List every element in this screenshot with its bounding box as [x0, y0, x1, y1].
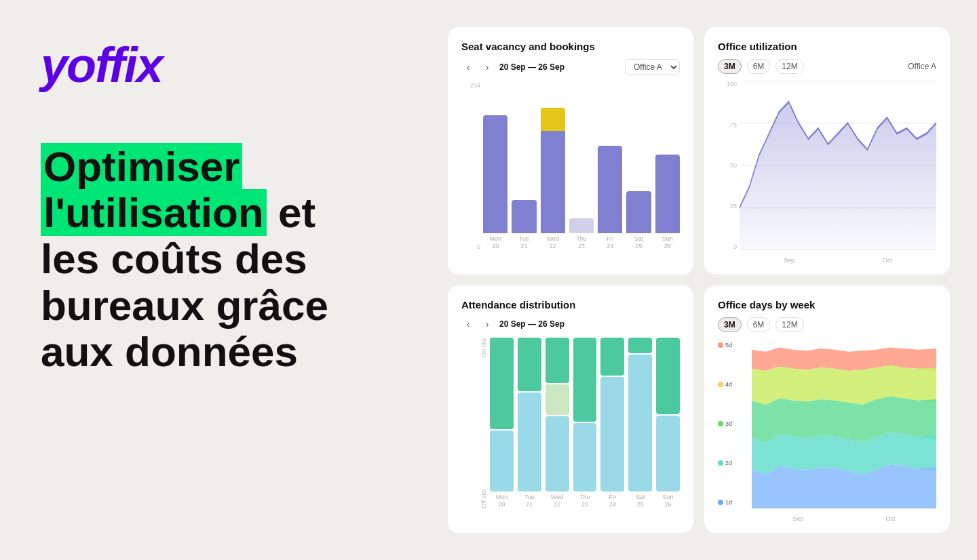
bar-sat: Sat25 — [626, 82, 651, 250]
util-x-sep: Sep — [784, 257, 794, 264]
x-label-tue: Tue21 — [519, 235, 529, 250]
legend-1d: 1d — [718, 499, 732, 506]
period-6m[interactable]: 6M — [747, 59, 771, 74]
attend-prev-arrow[interactable]: ‹ — [461, 317, 475, 331]
seat-vacancy-controls: ‹ › 20 Sep — 26 Sep Office A — [461, 59, 680, 75]
x-label-thu: Thu23 — [576, 235, 587, 250]
attendance-title: Attendance distribution — [461, 299, 680, 311]
bar-tue: Tue21 — [512, 82, 536, 250]
legend-label-2d: 2d — [725, 460, 732, 466]
logo: yoffix — [41, 41, 380, 89]
legend-dot-3d — [718, 421, 723, 426]
tagline-highlight-1: Optimiser — [41, 143, 242, 190]
util-y-25: 25 — [730, 203, 737, 209]
util-x-oct: Oct — [883, 257, 892, 264]
seat-vacancy-title: Seat vacancy and bookings — [461, 41, 680, 52]
x-label-sat: Sat25 — [634, 235, 644, 250]
attendance-card: Attendance distribution ‹ › 20 Sep — 26 … — [448, 285, 693, 533]
x-label-mon: Mon20 — [489, 235, 501, 250]
legend-label-1d: 1d — [725, 499, 732, 506]
bar-mon: Mon20 — [483, 82, 507, 250]
attend-thu: Thu23 — [573, 338, 597, 508]
x-label-sun: Sun26 — [662, 235, 673, 250]
days-period-6m[interactable]: 6M — [747, 317, 771, 332]
y-label-234: 234 — [470, 82, 480, 89]
legend-4d: 4d — [718, 381, 732, 388]
attend-x-tue: Tue21 — [524, 494, 535, 508]
legend-2d: 2d — [718, 460, 732, 466]
bar-fri: Fri24 — [598, 82, 622, 250]
bar-thu: Thu23 — [569, 82, 594, 250]
x-label-wed: Wed22 — [547, 235, 559, 250]
bar-wed: Wed22 — [541, 82, 565, 250]
attend-tue: Tue21 — [518, 338, 541, 508]
attend-wed: Wed22 — [545, 338, 569, 508]
util-y-100: 100 — [727, 81, 737, 87]
days-x-oct: Oct — [885, 515, 895, 522]
period-12m[interactable]: 12M — [775, 59, 803, 74]
days-period-3m[interactable]: 3M — [718, 317, 742, 332]
attend-x-mon: Mon20 — [496, 494, 508, 508]
util-y-0: 0 — [733, 243, 737, 250]
legend-dot-1d — [718, 500, 723, 505]
office-days-controls: 3M 6M 12M — [718, 317, 936, 332]
legend-label-3d: 3d — [725, 420, 732, 427]
y-onsite: On-site — [480, 338, 487, 357]
attend-x-fri: Fri24 — [609, 494, 617, 508]
attend-x-wed: Wed22 — [551, 494, 563, 508]
attend-fri: Fri24 — [600, 338, 624, 508]
legend-5d: 5d — [718, 342, 732, 348]
attend-x-sun: Sun26 — [663, 494, 674, 508]
util-y-75: 75 — [730, 121, 737, 128]
x-label-fri: Fri24 — [607, 235, 614, 250]
office-utilization-title: Office utilization — [718, 41, 936, 52]
legend-dot-4d — [718, 382, 723, 387]
seat-vacancy-date: 20 Sep — 26 Sep — [499, 62, 564, 72]
attend-next-arrow[interactable]: › — [480, 317, 494, 331]
office-utilization-controls: 3M 6M 12M Office A — [718, 59, 936, 74]
period-3m[interactable]: 3M — [718, 59, 742, 74]
y-label-0: 0 — [477, 243, 480, 250]
prev-arrow[interactable]: ‹ — [461, 60, 475, 74]
attendance-controls: ‹ › 20 Sep — 26 Sep — [461, 317, 680, 331]
office-select-1[interactable]: Office A — [625, 59, 680, 75]
office-days-card: Office days by week 3M 6M 12M 5d 4d 3d — [704, 285, 950, 533]
office-utilization-card: Office utilization 3M 6M 12M Office A 10… — [704, 27, 950, 275]
legend-3d: 3d — [718, 420, 732, 427]
attend-x-thu: Thu23 — [579, 494, 590, 508]
attend-mon: Mon20 — [490, 338, 514, 508]
next-arrow[interactable]: › — [480, 60, 494, 74]
days-period-12m[interactable]: 12M — [775, 317, 803, 332]
legend-dot-5d — [718, 342, 723, 348]
legend-label-5d: 5d — [725, 342, 732, 348]
seat-vacancy-card: Seat vacancy and bookings ‹ › 20 Sep — 2… — [448, 27, 693, 275]
left-panel: yoffix Optimiserl'utilisation etles coût… — [0, 0, 421, 560]
attend-sat: Sat25 — [628, 338, 652, 508]
attend-date: 20 Sep — 26 Sep — [499, 319, 564, 329]
y-offsite: Off-site — [480, 489, 487, 508]
office-label-util: Office A — [908, 62, 936, 71]
right-panel: Seat vacancy and bookings ‹ › 20 Sep — 2… — [421, 0, 977, 560]
tagline-highlight-2: l'utilisation — [41, 189, 267, 236]
attend-x-sat: Sat25 — [636, 494, 645, 508]
legend-label-4d: 4d — [725, 381, 732, 388]
office-days-title: Office days by week — [718, 299, 936, 311]
days-x-sep: Sep — [792, 515, 803, 522]
attend-sun: Sun26 — [656, 338, 680, 508]
bar-sun: Sun26 — [655, 82, 680, 250]
tagline: Optimiserl'utilisation etles coûts desbu… — [41, 144, 380, 375]
legend-dot-2d — [718, 460, 723, 466]
util-y-50: 50 — [730, 162, 737, 169]
